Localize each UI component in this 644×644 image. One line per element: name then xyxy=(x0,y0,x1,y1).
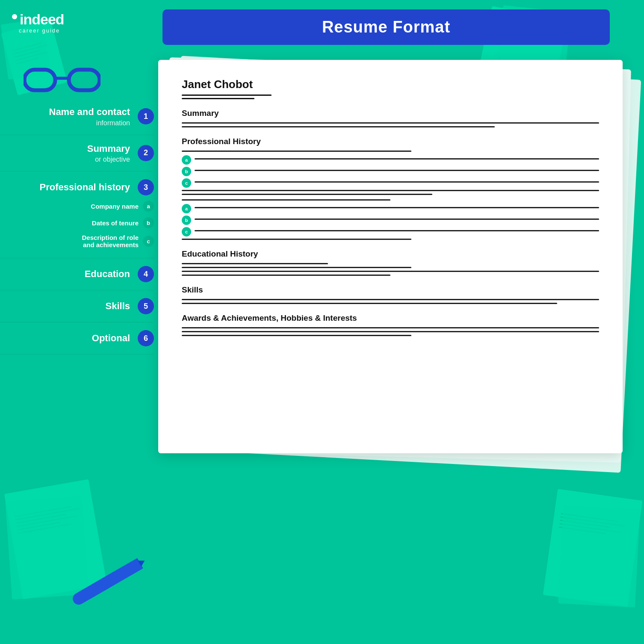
resume-stack: Janet Chobot Summary Professional Histor… xyxy=(158,60,623,453)
indeed-logo: indeed career guide xyxy=(12,12,64,34)
resume-edu-line-2 xyxy=(182,267,411,268)
sidebar-item-optional-label: Optional xyxy=(92,332,130,345)
sidebar-subitem-company-name-label: Company name xyxy=(91,203,139,210)
svg-rect-1 xyxy=(69,70,100,90)
bullet-c-icon: c xyxy=(182,178,191,188)
resume-name-line-2 xyxy=(182,98,254,99)
sidebar-badge-3: 3 xyxy=(138,179,154,195)
sidebar-item-professional-history-top: Professional history 3 xyxy=(0,179,154,195)
resume-job1-bullet-b-line xyxy=(195,170,599,171)
sidebar-item-name-contact-label: Name and contact xyxy=(49,106,130,118)
resume-edu-line-1 xyxy=(182,263,328,264)
glasses-icon xyxy=(24,62,100,94)
resume-skills-line-1 xyxy=(182,299,599,300)
resume-summary-line-1 xyxy=(182,122,599,124)
sidebar-subitem-description-role: Description of role and achievements c xyxy=(82,232,154,250)
resume-job2-bullet-a-line xyxy=(195,207,599,208)
resume-section-education-title: Educational History xyxy=(182,249,599,259)
sidebar-item-education-text: Education xyxy=(85,268,130,281)
sidebar-item-summary-text: Summary or objective xyxy=(87,143,130,164)
indeed-brand-text: indeed xyxy=(20,12,64,27)
sidebar-subitem-badge-b1: b xyxy=(143,217,154,228)
sidebar-subitem-badge-c1: c xyxy=(143,236,154,247)
resume-job1-title-line xyxy=(182,151,411,152)
resume-awards-line-3 xyxy=(182,335,411,336)
resume-name: Janet Chobot xyxy=(182,78,599,91)
sidebar-item-professional-history-label: Professional history xyxy=(39,181,130,194)
sidebar-item-education-label: Education xyxy=(85,268,130,281)
sidebar-subitem-dates-tenure: Dates of tenure b xyxy=(92,216,154,230)
resume-job2-bullet-a: a xyxy=(182,204,599,213)
sidebar-item-skills-label: Skills xyxy=(106,300,130,313)
resume-job2-bullet-b: b xyxy=(182,216,599,225)
sidebar-item-name-contact-sublabel: information xyxy=(49,119,130,127)
sidebar-item-skills: Skills 5 xyxy=(0,290,154,322)
resume-summary-line-2 xyxy=(182,126,495,127)
sidebar-professional-history-subitems: Company name a Dates of tenure b Descrip… xyxy=(0,199,154,250)
resume-job1-desc-line-2 xyxy=(182,194,432,195)
sidebar-item-skills-text: Skills xyxy=(106,300,130,313)
indeed-tagline: career guide xyxy=(19,27,60,34)
sidebar-subitem-description-role-label: Description of role and achievements xyxy=(82,234,139,248)
sidebar-subitem-badge-a1: a xyxy=(143,201,154,212)
resume-skills-line-2 xyxy=(182,303,557,304)
resume-job2-bullet-b-line xyxy=(195,219,599,220)
bullet-b2-icon: b xyxy=(182,216,191,225)
resume-job2-bullet-c-line xyxy=(195,230,599,231)
resume-job1-bullet-a-line xyxy=(195,158,599,160)
title-banner: Resume Format xyxy=(162,9,610,45)
sidebar-item-summary: Summary or objective 2 xyxy=(0,135,154,172)
sidebar-badge-4: 4 xyxy=(138,266,154,282)
sidebar-subitem-company-name: Company name a xyxy=(91,199,154,213)
sidebar-badge-5: 5 xyxy=(138,298,154,314)
resume-edu-line-3 xyxy=(182,271,599,272)
page-title: Resume Format xyxy=(175,18,597,36)
resume-job1-bullet-b: b xyxy=(182,167,599,176)
indeed-dot-icon xyxy=(12,14,17,19)
resume-job1-bullet-a: a xyxy=(182,155,599,165)
resume-section-professional-title: Professional History xyxy=(182,137,599,146)
bullet-c2-icon: c xyxy=(182,227,191,236)
sidebar-item-optional-text: Optional xyxy=(92,332,130,345)
sidebar-item-education: Education 4 xyxy=(0,258,154,290)
resume-section-awards-title: Awards & Achievements, Hobbies & Interes… xyxy=(182,313,599,323)
deco-paper-bottom-left-2 xyxy=(5,496,89,600)
resume-edu-line-4 xyxy=(182,275,390,276)
bullet-a2-icon: a xyxy=(182,204,191,213)
resume-paper-main: Janet Chobot Summary Professional Histor… xyxy=(158,60,623,453)
deco-paper-bottom-right-2 xyxy=(558,505,640,607)
sidebar-item-name-contact-text: Name and contact information xyxy=(49,106,130,127)
resume-job2-desc-line xyxy=(182,239,411,240)
resume-job2-title-line xyxy=(182,199,390,201)
sidebar-item-name-contact: Name and contact information 1 xyxy=(0,98,154,135)
sidebar-item-summary-label: Summary xyxy=(87,143,130,155)
sidebar-subitem-dates-tenure-label: Dates of tenure xyxy=(92,219,139,227)
resume-section-skills-title: Skills xyxy=(182,285,599,295)
resume-awards-line-2 xyxy=(182,331,599,332)
resume-job1-bullet-c: c xyxy=(182,178,599,188)
sidebar-badge-2: 2 xyxy=(138,145,154,161)
resume-awards-line-1 xyxy=(182,327,599,328)
sidebar-item-summary-sublabel: or objective xyxy=(87,156,130,163)
svg-rect-0 xyxy=(24,70,55,90)
bullet-a-icon: a xyxy=(182,155,191,165)
sidebar: Name and contact information 1 Summary o… xyxy=(0,98,154,354)
resume-job1-desc-line-1 xyxy=(182,190,599,191)
sidebar-item-optional: Optional 6 xyxy=(0,322,154,354)
resume-job1-bullet-c-line xyxy=(195,181,599,183)
resume-job2-bullet-c: c xyxy=(182,227,599,236)
sidebar-badge-6: 6 xyxy=(138,330,154,346)
bullet-b-icon: b xyxy=(182,167,191,176)
sidebar-item-professional-history: Professional history 3 Company name a Da… xyxy=(0,171,154,258)
sidebar-badge-1: 1 xyxy=(138,108,154,124)
resume-name-line-1 xyxy=(182,95,272,96)
resume-section-summary-title: Summary xyxy=(182,109,599,118)
